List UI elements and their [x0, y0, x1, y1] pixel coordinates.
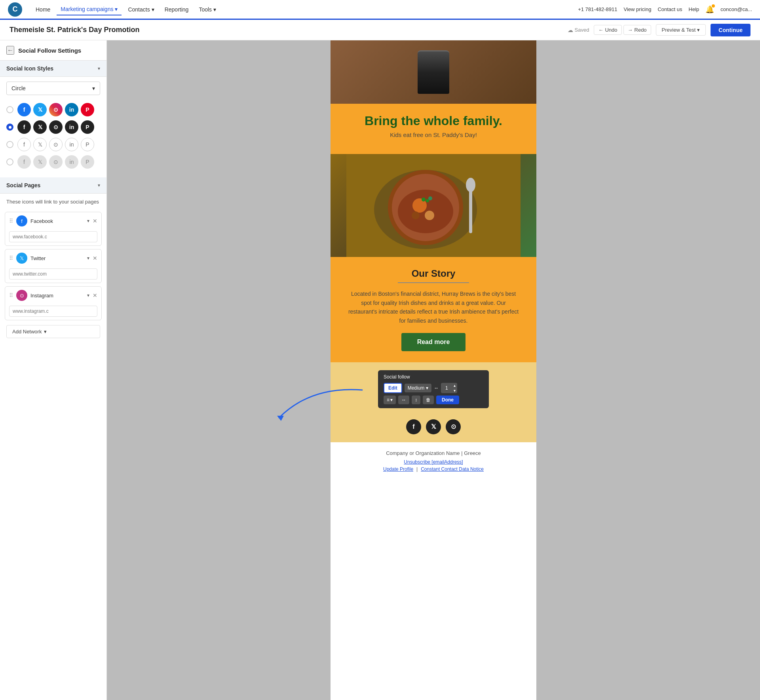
social-icon-styles-header[interactable]: Social Icon Styles — [0, 61, 106, 77]
twitter-drag-handle[interactable]: ⠿ — [9, 255, 13, 261]
icon-pinterest-outline[interactable]: P — [81, 138, 94, 151]
icon-linkedin-colored[interactable]: in — [65, 103, 78, 116]
icon-facebook-gray[interactable]: f — [17, 155, 31, 169]
icon-twitter-black[interactable]: 𝕏 — [33, 120, 47, 134]
section-pages-label: Social Pages — [6, 182, 40, 188]
icon-pinterest-colored[interactable]: P — [81, 103, 94, 116]
instagram-url-input[interactable] — [9, 306, 97, 317]
social-follow-edit-button[interactable]: Edit — [384, 383, 402, 393]
radio-gray[interactable] — [6, 158, 13, 165]
sidebar-back-button[interactable]: ← — [6, 46, 14, 55]
footer-unsubscribe[interactable]: Unsubscribe [emailAddress] — [338, 459, 528, 465]
twitter-remove-button[interactable]: ✕ — [93, 255, 97, 261]
email-instagram-icon[interactable]: ⊙ — [446, 419, 461, 434]
footer-update-profile[interactable]: Update Profile — [383, 466, 413, 472]
facebook-url-input[interactable] — [9, 231, 97, 242]
spacing-input[interactable] — [441, 384, 452, 392]
nav-bell-icon[interactable]: 🔔 — [705, 5, 714, 14]
svg-point-7 — [412, 211, 420, 219]
icon-style-rows: f 𝕏 ⊙ in P f 𝕏 ⊙ in P — [0, 100, 106, 177]
radio-black-selected[interactable] — [6, 124, 13, 131]
icon-instagram-outline[interactable]: ⊙ — [49, 138, 63, 151]
icon-instagram-gray[interactable]: ⊙ — [49, 155, 63, 169]
spacing-icon: ↔ — [434, 385, 439, 391]
undo-redo-group: ← Undo → Redo — [594, 25, 651, 35]
sidebar: ← Social Follow Settings Social Icon Sty… — [0, 40, 107, 700]
instagram-dropdown-button[interactable]: ▾ — [87, 293, 89, 298]
nav-tools-chevron — [213, 6, 216, 13]
icon-twitter-colored[interactable]: 𝕏 — [33, 103, 47, 116]
social-pages-header[interactable]: Social Pages — [0, 177, 106, 194]
email-story-text: Located in Boston's financial district, … — [346, 289, 521, 325]
icon-twitter-outline[interactable]: 𝕏 — [33, 138, 47, 151]
preview-test-button[interactable]: Preview & Test — [656, 24, 706, 36]
nav-user-email[interactable]: concon@ca... — [720, 6, 752, 12]
style-select-dropdown[interactable]: Circle — [6, 82, 100, 95]
nav-item-contacts[interactable]: Contacts — [124, 4, 158, 15]
nav-help[interactable]: Help — [689, 6, 699, 12]
nav-contact-us[interactable]: Contact us — [657, 6, 682, 12]
nav-item-reporting[interactable]: Reporting — [161, 4, 193, 15]
facebook-drag-handle[interactable]: ⠿ — [9, 218, 13, 224]
instagram-drag-handle[interactable]: ⠿ — [9, 292, 13, 299]
icon-twitter-gray[interactable]: 𝕏 — [33, 155, 47, 169]
nav-marketing-chevron — [115, 6, 118, 12]
redo-button[interactable]: → Redo — [623, 25, 651, 35]
facebook-dropdown-button[interactable]: ▾ — [87, 218, 89, 224]
twitter-dropdown-button[interactable]: ▾ — [87, 255, 89, 261]
nav-phone: +1 781-482-8911 — [578, 6, 617, 12]
pages-chevron — [98, 183, 100, 188]
network-twitter-header: ⠿ 𝕏 Twitter ▾ ✕ — [5, 249, 101, 267]
nav-view-pricing[interactable]: View pricing — [624, 6, 652, 12]
style-dropdown-chevron — [92, 85, 95, 91]
icon-facebook-colored[interactable]: f — [17, 103, 31, 116]
nav-item-home[interactable]: Home — [32, 4, 54, 15]
spacing-down-button[interactable]: ▾ — [452, 388, 457, 393]
social-follow-center-button[interactable]: ↔ — [398, 396, 409, 404]
social-follow-section: Social follow Edit Medium ↔ ▴ — [331, 362, 536, 442]
radio-outline[interactable] — [6, 141, 13, 148]
spacing-arrows: ▴ ▾ — [452, 383, 457, 393]
twitter-url-input[interactable] — [9, 268, 97, 280]
instagram-remove-button[interactable]: ✕ — [93, 292, 97, 299]
icon-pinterest-black[interactable]: P — [81, 120, 94, 134]
facebook-network-icon: f — [16, 215, 27, 226]
glass-container — [418, 50, 449, 94]
preview-chevron — [697, 27, 700, 33]
social-follow-size-select[interactable]: Medium — [405, 384, 432, 392]
icon-instagram-colored[interactable]: ⊙ — [49, 103, 63, 116]
social-follow-done-button[interactable]: Done — [436, 396, 459, 404]
icon-linkedin-black[interactable]: in — [65, 120, 78, 134]
icon-pinterest-gray[interactable]: P — [81, 155, 94, 169]
continue-button[interactable]: Continue — [711, 24, 750, 36]
nav-bell-dot — [712, 4, 715, 8]
icon-row-black: f 𝕏 ⊙ in P — [6, 120, 100, 134]
social-follow-align-button[interactable]: ≡ — [384, 396, 396, 404]
social-follow-delete-button[interactable]: 🗑 — [423, 396, 434, 404]
footer-data-notice[interactable]: Constant Contact Data Notice — [421, 466, 484, 472]
icon-linkedin-outline[interactable]: in — [65, 138, 78, 151]
icon-row-gray: f 𝕏 ⊙ in P — [6, 155, 100, 169]
app-logo[interactable]: C — [8, 2, 22, 17]
undo-button[interactable]: ← Undo — [594, 25, 621, 35]
facebook-remove-button[interactable]: ✕ — [93, 218, 97, 224]
spacing-up-button[interactable]: ▴ — [452, 383, 457, 388]
email-canvas: Bring the whole family. Kids eat free on… — [331, 40, 536, 700]
social-follow-move-button[interactable]: ↕ — [412, 396, 420, 404]
nav-item-tools[interactable]: Tools — [195, 4, 220, 15]
radio-colored[interactable] — [6, 106, 13, 113]
cloud-icon: ☁ — [568, 27, 573, 33]
icon-facebook-black[interactable]: f — [17, 120, 31, 134]
read-more-button[interactable]: Read more — [401, 333, 466, 351]
email-story-section: Our Story Located in Boston's financial … — [331, 257, 536, 362]
icon-linkedin-gray[interactable]: in — [65, 155, 78, 169]
sidebar-title: Social Follow Settings — [18, 47, 81, 54]
email-facebook-icon[interactable]: f — [406, 419, 421, 434]
page-title-bar: Themeisle St. Patrick's Day Promotion ☁ … — [0, 20, 760, 40]
icon-facebook-outline[interactable]: f — [17, 138, 31, 151]
add-network-button[interactable]: Add Network — [6, 325, 100, 338]
email-twitter-icon[interactable]: 𝕏 — [426, 419, 441, 434]
nav-item-marketing[interactable]: Marketing campaigns — [57, 4, 122, 15]
icon-instagram-black[interactable]: ⊙ — [49, 120, 63, 134]
svg-point-4 — [398, 190, 453, 233]
